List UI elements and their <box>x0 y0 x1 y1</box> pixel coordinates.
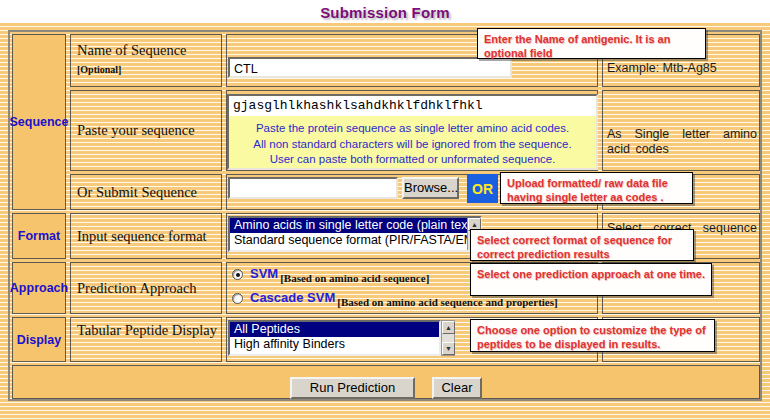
input-format-label: Input sequence format <box>71 214 221 247</box>
display-option-selected[interactable]: All Peptides <box>230 322 439 337</box>
category-cell-sequence: Sequence <box>12 34 66 210</box>
format-option-selected[interactable]: Amino acids in single letter code (plain… <box>230 218 467 233</box>
submission-form-page: Submission Form Sequence Format Approach… <box>0 0 770 420</box>
label-cell-submit: Or Submit Sequence <box>70 174 222 210</box>
run-prediction-button[interactable]: Run Prediction <box>290 377 415 399</box>
label-cell-paste: Paste your sequence <box>70 90 222 171</box>
cascade-svm-radio-label[interactable]: Cascade SVM <box>250 290 335 305</box>
category-label-approach: Approach <box>13 263 65 313</box>
svm-radio-row[interactable]: SVM [Based on amino acid sequence] <box>232 266 429 281</box>
display-tooltip: Choose one option to customize the type … <box>470 319 715 352</box>
name-of-sequence-label: Name of Sequence [Optional] <box>71 35 221 81</box>
display-scroll-down-icon[interactable]: ▼ <box>442 342 455 355</box>
paste-help-note: Paste the protein sequence as single let… <box>229 116 596 170</box>
cascade-svm-radio-note: [Based on amino acid sequence and proper… <box>337 296 557 308</box>
display-scroll-up-icon[interactable]: ▲ <box>442 321 455 334</box>
file-path-input[interactable] <box>228 177 398 199</box>
paste-format-hint: As Single letter amino acid codes <box>603 91 759 159</box>
display-option-2[interactable]: High affinity Binders <box>230 337 439 352</box>
label-cell-display: Tabular Peptide Display <box>70 317 222 362</box>
paste-help-line1: Paste the protein sequence as single let… <box>229 121 596 137</box>
hint-cell-paste: As Single letter amino acid codes <box>602 90 760 171</box>
category-cell-approach: Approach <box>12 262 66 314</box>
paste-sequence-label: Paste your sequence <box>71 91 221 141</box>
paste-help-line3: User can paste both formatted or unforma… <box>229 152 596 168</box>
svm-radio-button[interactable] <box>232 269 243 280</box>
name-optional-text: [Optional] <box>77 64 121 75</box>
label-cell-approach: Prediction Approach <box>70 262 222 314</box>
category-cell-format: Format <box>12 213 66 259</box>
prediction-approach-label: Prediction Approach <box>71 263 221 299</box>
upload-tooltip: Upload formatted/ raw data file having s… <box>500 172 693 204</box>
display-listbox[interactable]: All Peptides High affinity Binders <box>228 320 441 356</box>
label-cell-name: Name of Sequence [Optional] <box>70 34 222 87</box>
category-cell-display: Display <box>12 317 66 362</box>
format-listbox[interactable]: Amino acids in single letter code (plain… <box>228 216 482 252</box>
svm-radio-note: [Based on amino acid sequence] <box>280 272 429 284</box>
clear-button[interactable]: Clear <box>432 377 482 399</box>
name-label-text: Name of Sequence <box>77 42 187 58</box>
format-tooltip: Select correct format of sequence for co… <box>470 229 694 261</box>
tabular-display-label: Tabular Peptide Display <box>71 318 221 341</box>
browse-button[interactable]: Browse... <box>402 177 459 199</box>
display-scrollbar[interactable]: ▲ ▼ <box>441 320 455 356</box>
approach-tooltip: Select one prediction approach at one ti… <box>470 263 712 296</box>
format-option-2[interactable]: Standard sequence format (PIR/FASTA/EMB <box>230 233 467 248</box>
sequence-name-input[interactable]: CTL <box>228 57 512 78</box>
submit-sequence-label: Or Submit Sequence <box>71 175 221 203</box>
or-separator: OR <box>467 174 498 203</box>
paste-help-line2: All non standard characters will be igno… <box>229 137 596 153</box>
category-label-sequence: Sequence <box>13 35 65 209</box>
cascade-svm-radio-button[interactable] <box>232 293 243 304</box>
name-tooltip: Enter the Name of antigenic. It is an op… <box>477 28 706 59</box>
page-title: Submission Form <box>0 4 770 21</box>
category-label-display: Display <box>13 318 65 361</box>
svm-radio-label[interactable]: SVM <box>250 266 278 281</box>
sequence-textarea[interactable]: gjasglhlkhashklsahdkhklfdhklfhkl Paste t… <box>227 94 598 170</box>
label-cell-format: Input sequence format <box>70 213 222 259</box>
sequence-text[interactable]: gjasglhlkhashklsahdkhklfdhklfhkl <box>229 96 596 116</box>
category-label-format: Format <box>13 214 65 258</box>
